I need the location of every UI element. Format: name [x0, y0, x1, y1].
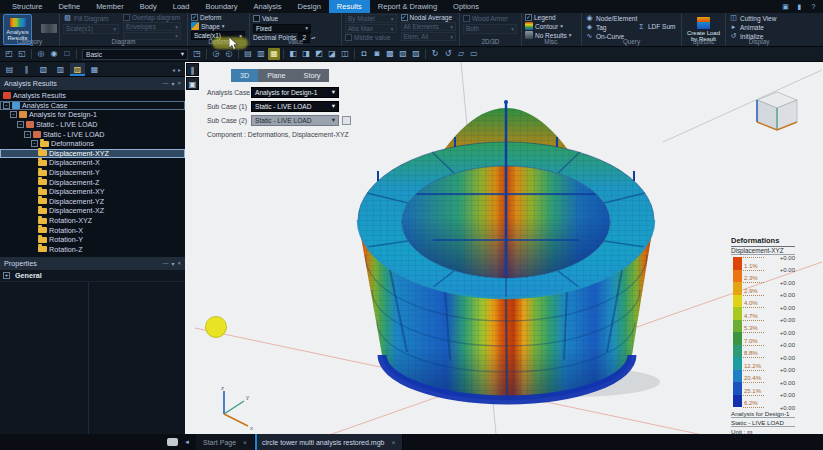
panel-menu-icon[interactable]: — — [162, 80, 168, 87]
panel-pin-icon[interactable]: ▾ — [171, 80, 174, 87]
deform-checkbox[interactable]: Deform — [191, 14, 245, 21]
tree-item-rotation-x[interactable]: Rotation-X — [0, 225, 185, 235]
properties-column-divider[interactable] — [88, 282, 89, 434]
tree-item-rotation-y[interactable]: Rotation-Y — [0, 235, 185, 245]
panel-pin-icon[interactable]: ▾ — [171, 260, 174, 267]
analysis-case-select[interactable]: Analysis for Design-1▾ — [251, 87, 339, 98]
tree-item-analysis-case[interactable]: -Analysis Case — [0, 101, 185, 111]
tree-item-deformations[interactable]: -Deformations — [0, 139, 185, 149]
menu-tab-body[interactable]: Body — [132, 0, 165, 13]
sub-case-2-select[interactable]: Static - LIVE LOAD▾ — [251, 115, 339, 126]
ldf-sum-button[interactable]: Σ LDF Sum — [637, 22, 677, 31]
story-view-icon[interactable]: ▦ — [268, 48, 280, 60]
group-tab-icon[interactable]: ▧ — [36, 63, 51, 76]
tower-3d-model[interactable] — [345, 90, 665, 405]
overlap-diagram-checkbox[interactable]: Overlap diagram — [123, 14, 181, 21]
plane-view-icon[interactable]: ▤ — [242, 48, 254, 60]
elem-all-select[interactable]: Elem, All▾ — [401, 32, 456, 41]
display-options-icon[interactable]: ◫ — [339, 48, 351, 60]
pane-window-icon[interactable]: ▣ — [186, 77, 199, 90]
tree-item-displacement-xz[interactable]: Displacement-XZ — [0, 206, 185, 216]
expand-icon[interactable]: + — [3, 272, 10, 279]
tree-item-analysis-for-design-1[interactable]: -Analysis for Design-1 — [0, 110, 185, 120]
menu-tab-results[interactable]: Results — [329, 0, 370, 13]
help-icon[interactable]: ? — [808, 1, 819, 12]
tab-scroll-left-icon[interactable]: ◂ — [182, 438, 192, 446]
wood-armer-checkbox[interactable]: Wood Armer — [463, 14, 517, 23]
perspective-icon[interactable]: ◩ — [313, 48, 325, 60]
report-tab-icon[interactable]: ▥ — [53, 63, 68, 76]
collapse-icon[interactable]: - — [17, 121, 24, 128]
model-view-canvas[interactable]: ∥▣ 3DPlaneStory Analysis CaseAnalysis fo… — [185, 62, 823, 434]
menu-tab-options[interactable]: Options — [445, 0, 487, 13]
task-pane-tab-icon[interactable]: ∥ — [19, 63, 34, 76]
element-number-icon[interactable]: ◙ — [371, 48, 383, 60]
menu-tab-analysis[interactable]: Analysis — [246, 0, 290, 13]
panel-close-icon[interactable]: × — [177, 260, 181, 267]
performance-icon[interactable]: ▮ — [794, 1, 805, 12]
hidden-surface-icon[interactable]: ◧ — [287, 48, 299, 60]
close-icon[interactable]: × — [391, 439, 395, 446]
tree-item-static-live-load[interactable]: -Static - LIVE LOAD — [0, 129, 185, 139]
tree-item-displacement-xy[interactable]: Displacement-XY — [0, 187, 185, 197]
collapse-icon[interactable]: - — [31, 140, 38, 147]
contour-button[interactable]: Contour ▾ — [525, 22, 577, 30]
tree-item-displacement-xyz[interactable]: Displacement-XYZ — [0, 149, 185, 159]
all-elements-select[interactable]: All Elements▾ — [401, 22, 456, 31]
value-format-select[interactable]: Fixed▾ — [253, 24, 311, 33]
menu-tab-boundary[interactable]: Boundary — [197, 0, 245, 13]
view-tab-story[interactable]: Story — [295, 69, 330, 82]
workspace-icon[interactable]: ▣ — [780, 1, 791, 12]
value-checkbox[interactable]: Value — [253, 14, 281, 23]
both-select[interactable]: Both▾ — [463, 24, 517, 34]
properties-group-general[interactable]: + General — [0, 270, 185, 282]
fill-diagram-button[interactable]: ▧ Fill Diagram — [63, 14, 119, 23]
collapse-icon[interactable]: - — [10, 111, 17, 118]
collapse-icon[interactable]: - — [24, 131, 31, 138]
diagram-scale-select[interactable]: Scale(x1)▾ — [63, 24, 119, 34]
menu-tab-design[interactable]: Design — [289, 0, 328, 13]
front-view-icon[interactable]: ◳ — [191, 48, 203, 60]
menu-tab-load[interactable]: Load — [165, 0, 198, 13]
initialize-view-icon[interactable]: ↺ — [442, 48, 454, 60]
tree-item-displacement-y[interactable]: Displacement-Y — [0, 168, 185, 178]
legend-checkbox[interactable]: Legend — [525, 14, 577, 21]
panel-close-icon[interactable]: × — [177, 80, 181, 87]
view-tab-3d[interactable]: 3D — [231, 69, 258, 82]
animate-button[interactable]: ▸ Animate — [729, 23, 787, 31]
by-model-select[interactable]: By Model▾ — [345, 14, 397, 23]
chevron-right-icon[interactable]: ▸ — [178, 66, 181, 73]
tree-item-displacement-x[interactable]: Displacement-X — [0, 158, 185, 168]
nodal-average-checkbox[interactable]: Nodal Average — [401, 14, 456, 21]
tree-item-displacement-z[interactable]: Displacement-Z — [0, 177, 185, 187]
select-window-icon[interactable]: □ — [61, 48, 73, 60]
view-tab-plane[interactable]: Plane — [258, 69, 294, 82]
elevation-view-icon[interactable]: ▥ — [255, 48, 267, 60]
chevron-left-icon[interactable]: ◂ — [172, 66, 175, 73]
tree-item-rotation-z[interactable]: Rotation-Z — [0, 245, 185, 255]
analysis-results-tab-icon[interactable]: ▨ — [70, 63, 85, 76]
tree-item-analysis-results[interactable]: Analysis Results — [0, 91, 185, 101]
node-number-icon[interactable]: ◘ — [358, 48, 370, 60]
iso-view-icon[interactable]: ◶ — [210, 48, 222, 60]
tree-item-static-live-load[interactable]: -Static - LIVE LOAD — [0, 120, 185, 130]
zoom-fit-icon[interactable]: ◎ — [35, 48, 47, 60]
pane-split-icon[interactable]: ∥ — [186, 63, 199, 76]
active-all-icon[interactable]: ◱ — [16, 48, 28, 60]
envelopes-select[interactable]: Envelopes▾ — [123, 22, 181, 31]
open-model-icon[interactable]: ▱ — [455, 48, 467, 60]
select-identity-icon[interactable]: ◰ — [3, 48, 15, 60]
deform-shape-button[interactable]: Shape ▾ — [191, 22, 245, 30]
view-cube[interactable] — [751, 88, 803, 134]
dynamic-rotate-icon[interactable]: ↻ — [429, 48, 441, 60]
named-view-select[interactable]: Basic▾ — [82, 49, 188, 60]
document-tab-start-page[interactable]: Start Page× — [196, 434, 255, 450]
menu-tab-structure[interactable]: Structure — [4, 0, 50, 13]
boundary-display-icon[interactable]: ▨ — [410, 48, 422, 60]
node-element-button[interactable]: ◉ Node/Element — [585, 14, 633, 22]
zoom-window-icon[interactable]: ◉ — [48, 48, 60, 60]
render-view-icon[interactable]: ◪ — [326, 48, 338, 60]
menu-tab-report-drawing[interactable]: Report & Drawing — [370, 0, 445, 13]
tag-button[interactable]: ◈ Tag — [585, 23, 633, 31]
collapse-icon[interactable]: - — [3, 102, 10, 109]
